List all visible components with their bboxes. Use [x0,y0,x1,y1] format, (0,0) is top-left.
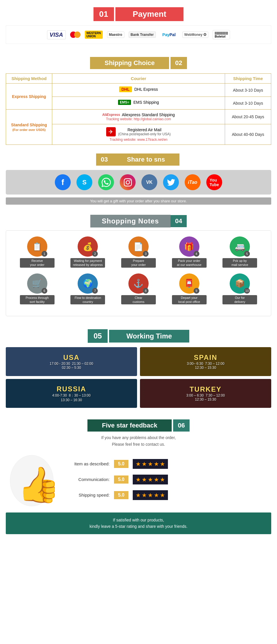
step-5-icon: 🚐 5 [230,236,250,257]
step-7-icon: 🌍 7 [78,273,98,294]
rating-score-3: 5.0 [114,491,128,499]
dhl-time: About 3-10 Days [225,84,271,97]
step-7-label: Flow to destinationcountry [70,295,105,305]
step-8-icon: ⚓ 8 [128,273,149,294]
step-1: 📋 1 Receiveyour order [20,236,55,268]
youtube-icon[interactable]: YouTube [206,174,222,190]
boletol-icon: |||||||||||||||Boletol [213,30,230,39]
ems-courier: EMS≡ EMS Shipping [52,97,225,110]
step-9-icon: 📮 9 [179,273,199,294]
step-6-icon: 🛒 6 [27,273,47,294]
step-5-num: 5 [244,251,250,257]
step-3-label: Prepareyour order [121,258,156,268]
vk-icon[interactable]: VK [141,174,157,190]
payment-header: 01 Payment [6,7,271,21]
step-4-num: 4 [194,251,199,257]
facebook-icon[interactable]: f [55,174,71,190]
whatsapp-icon[interactable] [98,174,114,190]
western-union-icon: WESTERNUNION [85,31,103,39]
feedback-section: Five star feedback 06 If you have any pr… [0,414,277,537]
paypal-icon: PayPal [160,31,178,38]
step-1-label: Receiveyour order [20,258,55,268]
feedback-subtitle: If you have any problems about the order… [6,434,271,447]
step-4-label: Pack your orderat our warehouse [172,258,207,268]
rating-score-2: 5.0 [114,475,128,484]
ali-courier: AliExpress Aliexpress Standard Shipping … [52,110,225,124]
payment-title: Payment [115,7,184,21]
step-6-label: Process throughsort facility [20,295,55,305]
step-8-label: Clearcustoms [121,295,156,305]
step-9: 📮 9 Depart yourlocal post office [172,273,207,305]
step-4: 🎁 4 Pack your orderat our warehouse [172,236,207,268]
rating-rows: Item as described: 5.0 ★ ★ ★ ★ ★ Communi… [63,450,271,500]
rating-stars-1: ★ ★ ★ ★ ★ [133,459,168,469]
steps-row-1: 📋 1 Receiveyour order 💰 2 Waiting for pa… [12,236,265,268]
standard-method: Standard Shipping (For order over USD5) [6,110,52,145]
russia-name: RUSSIA [57,385,86,393]
airmail-logo: ✈ [106,127,116,136]
sns-num: 03 [96,153,112,166]
shopping-notes-num: 04 [171,215,187,227]
step-7-num: 7 [92,288,98,294]
spain-name: SPAIN [194,354,218,362]
ali-time: About 20-45 Days [225,110,271,124]
ems-logo: EMS≡ [118,100,131,105]
rating-row-3: Shipping speed: 5.0 ★ ★ ★ ★ ★ [63,490,271,500]
usa-hours: 17:00 - 20:30 21:30 – 02:0002:30 – 5:30 [50,362,93,370]
instagram-icon[interactable] [120,174,136,190]
usa-card: USA 17:00 - 20:30 21:30 – 02:0002:30 – 5… [6,347,137,376]
step-10-icon: 📦 10 [230,273,250,294]
mastercard-icon [70,32,81,38]
rating-stars-2: ★ ★ ★ ★ ★ [133,475,168,484]
turkey-name: TURKEY [190,385,222,393]
skype-icon[interactable]: S [76,174,92,190]
payment-num: 01 [93,7,114,21]
working-title: Working Time [109,330,189,343]
step-9-num: 9 [194,288,199,294]
airmail-tracking: Tracking website: www.17track.net/en [55,138,222,142]
rating-label-2: Communication: [63,477,110,482]
step-8: ⚓ 8 Clearcustoms [121,273,156,305]
russia-card: RUSSIA 4:00-7:30 8：30 – 13:0013:30 – 16:… [6,379,137,408]
notes-box: 📋 1 Receiveyour order 💰 2 Waiting for pa… [6,230,271,316]
sns-icons-container: f S VK iTao YouTube [6,170,271,195]
col-courier: Courier [52,74,225,84]
thumbs-image: 👍 [6,450,58,508]
step-7: 🌍 7 Flow to destinationcountry [70,273,105,305]
rating-score-1: 5.0 [114,460,128,468]
express-method: Express Shipping [6,84,52,110]
spain-card: SPAIN 3:00– 6:30 7:30 – 12:0012:30 – 15:… [140,347,271,376]
dhl-courier: DHL DHL Express [52,84,225,97]
ali-tracking: Tracking website: http://global.cainiao.… [55,117,222,121]
working-header: 05 Working Time [6,329,271,343]
shipping-num: 02 [171,57,187,69]
step-8-num: 8 [143,288,149,294]
step-1-icon: 📋 1 [27,236,47,257]
steps-row-2: 🛒 6 Process throughsort facility 🌍 7 Flo… [12,273,265,305]
shipping-header: Shipping Choice 02 [6,57,271,69]
step-5-label: Pck up bymail service [222,258,257,268]
twitter-icon[interactable] [163,174,179,190]
rating-row-1: Item as described: 5.0 ★ ★ ★ ★ ★ [63,459,271,469]
ali-logo: AliExpress [102,113,120,117]
working-section: 05 Working Time USA 17:00 - 20:30 21:30 … [0,322,277,414]
feedback-content: 👍 Item as described: 5.0 ★ ★ ★ ★ ★ Commu… [6,450,271,508]
step-5: 🚐 5 Pck up bymail service [222,236,257,268]
feedback-title: Five star feedback [87,419,172,432]
mc-circle2 [74,32,81,38]
sns-gift-text: You will get a gift with your order afte… [6,197,271,205]
step-3-icon: 📄 3 [128,236,149,257]
dhl-logo: DHL [119,86,132,92]
step-10-label: Our fordelivery [222,295,257,305]
shipping-table: Shipping Method Courier Shipping Time Ex… [6,73,271,145]
payment-section: 01 Payment VISA WESTERNUNION Maestro Ban… [0,0,277,51]
step-3-num: 3 [143,251,149,257]
rating-stars-3: ★ ★ ★ ★ ★ [133,490,168,500]
sns-title: Share to sns [113,153,179,166]
payment-methods: VISA WESTERNUNION Maestro Bank Transfer … [6,25,271,44]
feedback-header: Five star feedback 06 [6,419,271,432]
sns-header: 03 Share to sns [6,153,271,166]
maestro-icon: Maestro [107,32,124,38]
itao-icon[interactable]: iTao [185,174,201,190]
step-2-icon: 💰 2 [78,236,98,257]
